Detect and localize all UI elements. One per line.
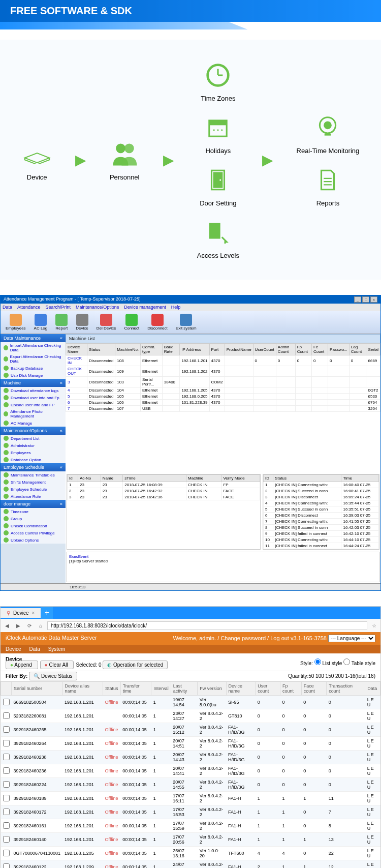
row-checkbox[interactable] xyxy=(3,822,10,829)
table-row[interactable]: 3929182460189192.168.1.201Offline00:00;1… xyxy=(1,792,380,805)
server-menu-item[interactable]: System xyxy=(48,646,65,652)
sidebar-item[interactable]: AC Manage xyxy=(1,420,66,427)
table-row[interactable]: 3929182460172192.168.1.201Offline00:00;1… xyxy=(1,805,380,819)
column-header[interactable]: ID xyxy=(264,475,273,482)
column-header[interactable]: Device alias name xyxy=(62,682,103,696)
sidebar-item[interactable]: Backup Database xyxy=(1,365,66,372)
column-header[interactable]: Data xyxy=(365,682,380,696)
table-row[interactable]: 7Disconnected107USB3204 xyxy=(66,406,380,412)
column-header[interactable]: UserCount xyxy=(253,344,276,355)
sidebar-item[interactable]: Group xyxy=(1,515,66,522)
column-header[interactable]: Fw version xyxy=(198,682,226,696)
column-header[interactable]: Fc Count xyxy=(311,344,328,355)
clear-all-button[interactable]: ● Clear All xyxy=(40,661,74,669)
device-status-button[interactable]: 🔍 Device Status xyxy=(29,672,77,680)
browser-tab[interactable]: ⚲ Device × xyxy=(1,608,41,618)
sidebar-item[interactable]: Upload Options xyxy=(1,536,66,544)
table-row[interactable]: 9[CHECK IN] failed in connect16:42:10 07… xyxy=(264,531,379,537)
column-header[interactable]: Serial number xyxy=(12,682,63,696)
sidebar-item[interactable]: Download attendance logs xyxy=(1,387,66,394)
sidebar-item[interactable]: Shifts Management xyxy=(1,478,66,486)
column-header[interactable]: IP Address xyxy=(180,344,209,355)
column-header[interactable]: Transfer time xyxy=(120,682,151,696)
column-header[interactable]: Id xyxy=(68,475,78,482)
column-header[interactable]: Status xyxy=(87,344,115,355)
sidebar-item[interactable]: Export Attendance Checking Data xyxy=(1,353,66,365)
column-header[interactable]: Device name xyxy=(226,682,256,696)
tab-close-icon[interactable]: × xyxy=(32,610,35,616)
toolbar-button[interactable]: AC Log xyxy=(31,313,51,332)
column-header[interactable]: Fp count xyxy=(280,682,302,696)
close-button[interactable]: × xyxy=(370,296,377,303)
machine-list-table[interactable]: Device NameStatusMachineNo.Comm. typeBau… xyxy=(66,343,380,412)
table-row[interactable]: 3929182460224192.168.1.201Offline00:00;1… xyxy=(1,778,380,792)
column-header[interactable]: Status xyxy=(103,682,121,696)
column-header[interactable]: Interval xyxy=(151,682,171,696)
sidebar-item[interactable]: Maintenance Timetables xyxy=(1,471,66,478)
table-row[interactable]: 6669182500504192.168.1.201Offline00:00;1… xyxy=(1,696,380,709)
row-checkbox[interactable] xyxy=(3,863,10,869)
column-header[interactable]: Fp Count xyxy=(295,344,311,355)
maximize-button[interactable]: □ xyxy=(362,296,369,303)
column-header[interactable]: Time xyxy=(341,475,379,482)
column-header[interactable]: Port xyxy=(209,344,225,355)
server-menu-item[interactable]: Data xyxy=(29,646,40,652)
toolbar-button[interactable]: Disconnect xyxy=(144,313,171,332)
column-header[interactable]: Transaction count xyxy=(327,682,365,696)
column-header[interactable]: Last activity xyxy=(171,682,198,696)
table-row[interactable]: CHECK INDisconnected108Ethernet192.168.1… xyxy=(66,355,380,366)
table-row[interactable]: 5Disconnected105Ethernet192.168.0.205437… xyxy=(66,394,380,400)
list-style-radio[interactable] xyxy=(314,659,321,665)
sidebar-item[interactable]: Department List xyxy=(1,435,66,442)
sidebar-item[interactable]: Attendance Rule xyxy=(1,493,66,500)
table-row[interactable]: 11[CHECK IN] failed in connect16:44:24 0… xyxy=(264,543,379,549)
sidebar-item[interactable]: Employee Schedule xyxy=(1,486,66,493)
row-checkbox[interactable] xyxy=(3,809,10,815)
table-row[interactable]: 3[CHECK IN] Disconnect16:09:24 07-25 xyxy=(264,494,379,500)
row-checkbox[interactable] xyxy=(3,850,10,856)
column-header[interactable]: User count xyxy=(256,682,280,696)
sidebar-item[interactable]: Timezone xyxy=(1,508,66,515)
sidebar-item[interactable]: Attendance Photo Management xyxy=(1,408,66,420)
language-select[interactable]: --- Language --- xyxy=(328,635,375,642)
sidebar-section-header[interactable]: Data Maintenance« xyxy=(1,334,66,342)
table-row[interactable]: 4[CHECK IN] Connecting with:16:35:44 07-… xyxy=(264,500,379,506)
column-header[interactable]: Ac-No xyxy=(78,475,101,482)
back-button[interactable]: ◀ xyxy=(3,621,12,630)
sidebar-item[interactable]: Import Attendance Checking Data xyxy=(1,342,66,353)
table-row[interactable]: 2[CHECK IN] Succeed in conn16:08:41 07-2… xyxy=(264,488,379,494)
forward-button[interactable]: ▶ xyxy=(14,621,23,630)
status-table[interactable]: IDStatusTime1[CHECK IN] Connecting with:… xyxy=(263,474,379,549)
sidebar-item[interactable]: Database Option... xyxy=(1,456,66,463)
table-row[interactable]: CHECK OUTDisconnected109Ethernet192.168.… xyxy=(66,366,380,377)
reload-button[interactable]: ⟳ xyxy=(25,621,34,630)
sidebar-section-header[interactable]: Employee Schedule« xyxy=(1,463,66,471)
sidebar-item[interactable]: Usb Disk Manage xyxy=(1,372,66,379)
toolbar-button[interactable]: Exit system xyxy=(173,313,200,332)
table-style-radio[interactable] xyxy=(343,659,350,665)
menu-item[interactable]: Data xyxy=(3,305,12,310)
table-row[interactable]: 3929182460236192.168.1.201Offline00:00;1… xyxy=(1,764,380,778)
url-input[interactable] xyxy=(47,621,367,630)
table-row[interactable]: 3929182460265192.168.1.201Offline00:00;1… xyxy=(1,723,380,737)
table-row[interactable]: 223232018-07-25 16:42:32CHECK INFACE xyxy=(68,488,260,494)
column-header[interactable]: MachineNo. xyxy=(115,344,141,355)
minimize-button[interactable]: _ xyxy=(354,296,361,303)
table-row[interactable]: 5203182260081192.168.1.20100:00;14:05123… xyxy=(1,709,380,723)
table-row[interactable]: 1[CHECK IN] Connecting with:16:08:40 07-… xyxy=(264,482,379,488)
table-row[interactable]: 3929182460264192.168.1.201Offline00:00;1… xyxy=(1,737,380,751)
row-checkbox[interactable] xyxy=(3,726,10,733)
sidebar-item[interactable]: Access Control Privilege xyxy=(1,529,66,536)
row-checkbox[interactable] xyxy=(3,712,10,719)
row-checkbox[interactable] xyxy=(3,740,10,746)
column-header[interactable]: Comm. type xyxy=(141,344,163,355)
toolbar-button[interactable]: Employees xyxy=(3,313,29,332)
append-button[interactable]: ● Append xyxy=(6,661,38,669)
sidebar-item[interactable]: Download user info and Fp xyxy=(1,394,66,401)
column-header[interactable]: sTime xyxy=(123,475,186,482)
table-row[interactable]: 123232018-07-25 16:08:39CHECK INFP xyxy=(68,482,260,488)
column-header[interactable]: ProductName xyxy=(225,344,253,355)
toolbar-button[interactable]: Del Device xyxy=(93,313,119,332)
device-table[interactable]: Serial numberDevice alias nameStatusTran… xyxy=(1,681,380,868)
column-header[interactable]: Serial xyxy=(366,344,380,355)
